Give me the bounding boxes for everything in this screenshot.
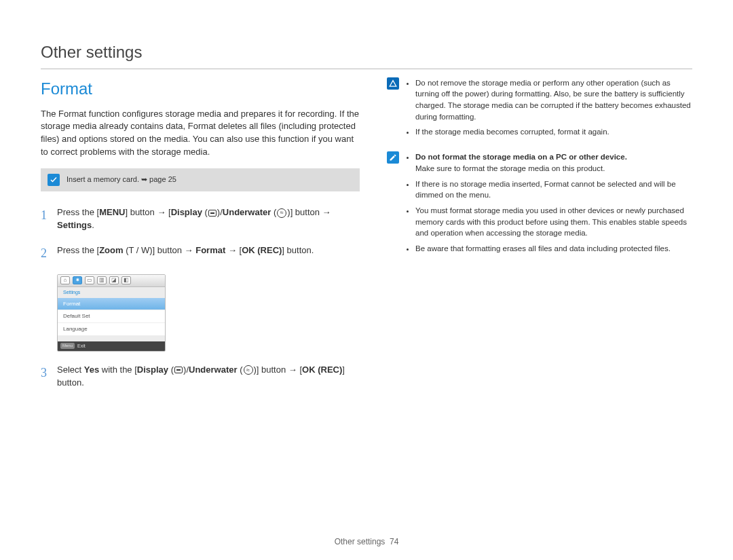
okrec-label: OK (REC) — [302, 365, 342, 375]
sub-text: Make sure to format the storage media on… — [415, 164, 605, 172]
text: ] button → [ — [125, 207, 170, 217]
note-block: Do not format the storage media on a PC … — [387, 151, 692, 258]
page-footer: Other settings 74 — [0, 536, 733, 548]
page-ref-icon: ➥ — [141, 175, 147, 183]
note-item: If there is no storage media inserted, F… — [415, 179, 692, 201]
text: ] button. — [282, 245, 314, 255]
underwater-label: Underwater — [223, 207, 271, 217]
text: ( — [240, 365, 242, 375]
note-item-bold: Do not format the storage media on a PC … — [415, 151, 692, 174]
text: . — [92, 220, 94, 230]
text: ( — [205, 207, 208, 217]
menu-pill: Menu — [60, 343, 75, 349]
screen-footer: Menu Exit — [58, 341, 165, 351]
text: ( — [274, 207, 276, 217]
menu-item-format: Format — [58, 298, 165, 311]
tab-icon-4: ▥ — [97, 276, 107, 284]
display-icon — [174, 367, 183, 373]
warning-item: Do not remove the storage media or perfo… — [415, 77, 692, 123]
footer-chapter: Other settings — [335, 537, 386, 546]
chapter-title: Other settings — [41, 41, 692, 69]
text: Select — [57, 365, 84, 375]
text: )] button → [ — [254, 365, 303, 375]
screen-menu: Settings Format Default Set Language — [58, 287, 165, 341]
bold-text: Do not format the storage media on a PC … — [415, 153, 627, 161]
display-icon — [208, 210, 217, 217]
text: Press the [ — [57, 245, 99, 255]
menu-item-language: Language — [58, 323, 165, 336]
zoom-label: Zoom — [99, 245, 123, 255]
display-label: Display — [137, 365, 168, 375]
tab-icon-6: ◧ — [121, 276, 131, 284]
text: Press the [ — [57, 207, 99, 217]
note-text: Insert a memory card. — [67, 175, 141, 183]
text: )] button → — [287, 207, 331, 217]
warning-block: Do not remove the storage media or perfo… — [387, 77, 692, 142]
text: with the [ — [99, 365, 137, 375]
settings-label: Settings — [57, 220, 92, 230]
tab-icon-5: ◪ — [109, 276, 119, 284]
note-item: Be aware that formatting erases all file… — [415, 243, 692, 255]
okrec-label: OK (REC) — [242, 245, 282, 255]
check-icon — [48, 174, 60, 186]
step-1: 1 Press the [MENU] button → [Display ()/… — [41, 206, 360, 232]
step-number: 1 — [41, 206, 50, 232]
step-2: 2 Press the [Zoom (T / W)] button → Form… — [41, 244, 360, 262]
text: ( — [171, 365, 174, 375]
section-title: Format — [41, 77, 360, 101]
menu-label: MENU — [99, 207, 125, 217]
screen-tabbar: ⌂ ✷ ▭ ▥ ◪ ◧ — [58, 275, 165, 287]
underwater-icon: ≈ — [244, 365, 253, 375]
insert-card-note: Insert a memory card. ➥ page 25 — [41, 168, 360, 191]
text: (T / W)] button → — [124, 245, 196, 255]
display-label: Display — [171, 207, 202, 217]
note-icon — [387, 151, 399, 164]
footer-page-number: 74 — [390, 537, 398, 546]
yes-label: Yes — [84, 365, 99, 375]
step-3: 3 Select Yes with the [Display ()/Underw… — [41, 364, 360, 390]
step-number: 2 — [41, 244, 50, 262]
tab-icon-3: ▭ — [85, 276, 94, 284]
warning-item: If the storage media becomes corrupted, … — [415, 126, 692, 138]
tab-icon-gear: ✷ — [73, 276, 82, 284]
underwater-label: Underwater — [189, 365, 238, 375]
menu-header: Settings — [58, 287, 165, 298]
note-page-ref: page 25 — [149, 175, 176, 183]
tab-icon-1: ⌂ — [60, 276, 70, 284]
note-item: You must format storage media you used i… — [415, 205, 692, 239]
warning-icon — [387, 77, 399, 90]
underwater-icon: ≈ — [277, 208, 286, 218]
menu-item-default-set: Default Set — [58, 310, 165, 323]
text: → [ — [225, 245, 242, 255]
step-number: 3 — [41, 364, 50, 390]
settings-screen-mock: ⌂ ✷ ▭ ▥ ◪ ◧ Settings Format Default Set … — [57, 274, 166, 352]
intro-paragraph: The Format function configures storage m… — [41, 108, 360, 159]
format-label: Format — [195, 245, 225, 255]
exit-label: Exit — [77, 343, 86, 350]
